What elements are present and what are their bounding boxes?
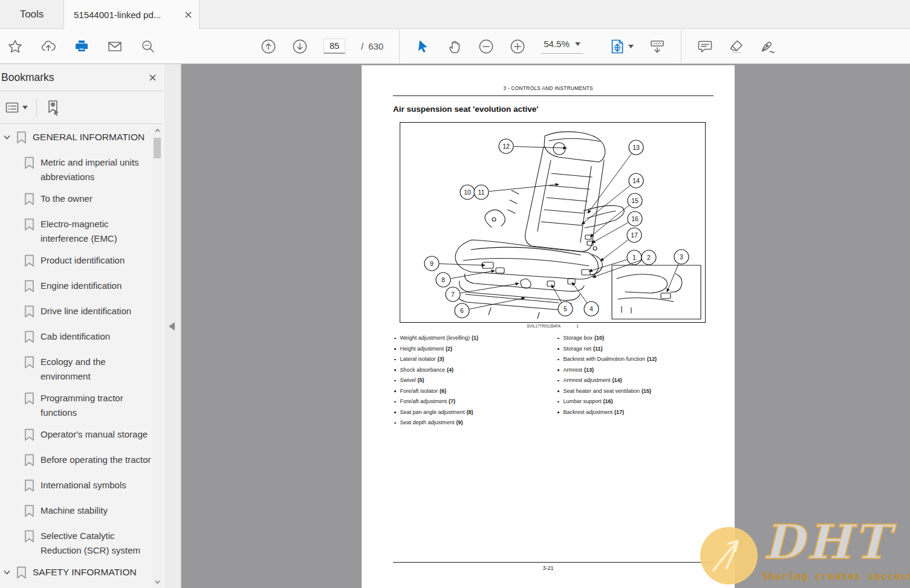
bookmark-icon — [24, 355, 35, 384]
bookmark-item[interactable]: Machine stability — [4, 503, 151, 522]
figure-callout: 3 — [674, 250, 689, 264]
bookmark-item[interactable]: Drive line identification — [4, 304, 151, 322]
bookmark-current-page-button[interactable] — [45, 99, 61, 116]
highlight-button[interactable] — [729, 39, 744, 54]
watermark-arrow-icon — [700, 527, 758, 584]
bookmark-item[interactable]: Operator's manual storage — [4, 427, 151, 445]
email-icon — [107, 39, 123, 54]
bookmark-options-button[interactable] — [5, 100, 28, 115]
tab-bar: Tools 51544001-linked pd... — [0, 0, 910, 29]
zoom-level-control[interactable]: 54.5% — [541, 39, 583, 54]
bookmark-item[interactable]: Product identification — [4, 253, 151, 271]
tab-document[interactable]: 51544001-linked pd... — [63, 0, 200, 29]
chevron-down-icon — [628, 45, 634, 48]
bookmark-icon — [16, 565, 27, 583]
figure-callout: 8 — [436, 273, 450, 287]
zoom-in-button[interactable] — [510, 39, 525, 54]
bookmarks-panel: Bookmarks GENERAL INFORMATION — [0, 64, 163, 588]
chevron-expanded-icon[interactable] — [4, 565, 11, 580]
hide-toolbar-button[interactable] — [649, 39, 665, 54]
svg-text:6: 6 — [460, 307, 464, 314]
toolbar-divider — [399, 30, 400, 63]
email-button[interactable] — [107, 39, 123, 54]
bookmark-icon — [24, 529, 35, 558]
bookmark-item[interactable]: Cab identification — [4, 329, 151, 347]
bookmark-item[interactable]: Metric and imperial units abbreviations — [4, 155, 151, 184]
section-title: Air suspension seat 'evolution active' — [393, 105, 539, 114]
fill-sign-button[interactable] — [760, 39, 776, 54]
bookmark-item[interactable]: Programming tractor functions — [4, 391, 151, 420]
parts-list-right: Storage box(10) Storage net(11) Backrest… — [556, 335, 715, 431]
hand-tool-button[interactable] — [447, 39, 463, 54]
bookmark-icon — [24, 279, 35, 297]
part-item: Shock absorbance(4) — [393, 367, 556, 373]
bookmark-icon — [24, 329, 35, 347]
page-total-value: 630 — [368, 41, 383, 51]
part-item: Weight adjustment (levelling)(1) — [393, 335, 556, 341]
page-number-input[interactable] — [323, 39, 345, 54]
bookmark-item[interactable]: Selective Catalytic Reduction (SCR) syst… — [4, 529, 151, 558]
bookmark-item[interactable]: Before operating the tractor — [4, 453, 151, 471]
page-footer-number: 3-21 — [362, 565, 735, 571]
bookmark-item[interactable]: International symbols — [4, 478, 151, 496]
bookmarks-list: GENERAL INFORMATION Metric and imperial … — [0, 124, 163, 583]
main-toolbar: / 630 54.5% — [0, 29, 910, 64]
comment-button[interactable] — [697, 39, 713, 54]
bookmark-item[interactable]: To the owner — [4, 192, 151, 210]
svg-text:4: 4 — [590, 305, 593, 312]
minus-circle-icon — [478, 39, 494, 54]
scrollbar-thumb[interactable] — [154, 138, 161, 158]
chevron-down-icon — [575, 42, 580, 46]
scroll-up-icon[interactable] — [152, 126, 162, 135]
bookmark-item[interactable]: Electro-magnetic interference (EMC) — [4, 217, 151, 246]
pdf-page: 3 - CONTROLS AND INSTRUMENTS Air suspens… — [362, 65, 735, 588]
next-page-button[interactable] — [292, 39, 308, 54]
bookmark-item-safety-information[interactable]: SAFETY INFORMATION — [4, 565, 151, 583]
favorites-star-button[interactable] — [7, 39, 23, 54]
svg-text:16: 16 — [631, 215, 639, 222]
bookmark-item[interactable]: Engine identification — [4, 279, 151, 297]
tab-tools[interactable]: Tools — [0, 0, 63, 28]
svg-text:12: 12 — [502, 143, 510, 150]
part-item: Storage box(10) — [556, 335, 715, 341]
panel-collapse-strip — [163, 64, 181, 588]
close-tab-icon[interactable] — [185, 11, 192, 18]
bookmark-item[interactable]: Ecology and the environment — [4, 355, 151, 384]
svg-text:14: 14 — [632, 177, 640, 184]
seat-diagram-figure: 1213101114151617123987654 — [400, 122, 706, 323]
plus-circle-icon — [510, 39, 525, 54]
search-loupe-icon — [140, 39, 156, 54]
fit-page-button[interactable] — [609, 39, 634, 54]
bookmark-icon — [16, 130, 27, 148]
zoom-out-button[interactable] — [478, 39, 494, 54]
hand-icon — [447, 39, 463, 54]
bookmark-icon — [24, 217, 35, 246]
bookmark-icon — [24, 155, 35, 184]
bookmark-item-general-information[interactable]: GENERAL INFORMATION — [4, 130, 151, 148]
figure-code: SVIL17TR01354FA — [527, 324, 561, 328]
page-separator: / — [361, 41, 363, 51]
zoom-level-value: 54.5% — [544, 39, 570, 49]
print-button[interactable] — [74, 39, 89, 54]
document-viewport[interactable]: 3 - CONTROLS AND INSTRUMENTS Air suspens… — [181, 64, 910, 588]
figure-callout: 2 — [642, 250, 656, 265]
chevron-expanded-icon[interactable] — [4, 130, 11, 144]
scroll-down-icon[interactable] — [152, 577, 162, 587]
collapse-panel-icon[interactable] — [169, 322, 175, 331]
star-icon — [7, 39, 23, 54]
figure-callout: 13 — [629, 140, 643, 155]
figure-callout: 16 — [628, 212, 642, 226]
select-tool-button[interactable] — [415, 39, 431, 54]
previous-page-button[interactable] — [261, 39, 276, 54]
figure-callout: 15 — [628, 193, 642, 208]
figure-callout: 10 — [460, 185, 475, 199]
cloud-upload-button[interactable] — [41, 39, 56, 54]
bookmark-icon — [24, 253, 35, 271]
svg-text:9: 9 — [430, 260, 434, 267]
sidebar-scrollbar[interactable] — [152, 124, 162, 588]
cloud-upload-icon — [41, 39, 56, 54]
close-panel-icon[interactable] — [149, 73, 156, 82]
svg-text:1: 1 — [632, 254, 636, 261]
search-button[interactable] — [140, 39, 156, 54]
figure-index: 1 — [576, 324, 579, 328]
